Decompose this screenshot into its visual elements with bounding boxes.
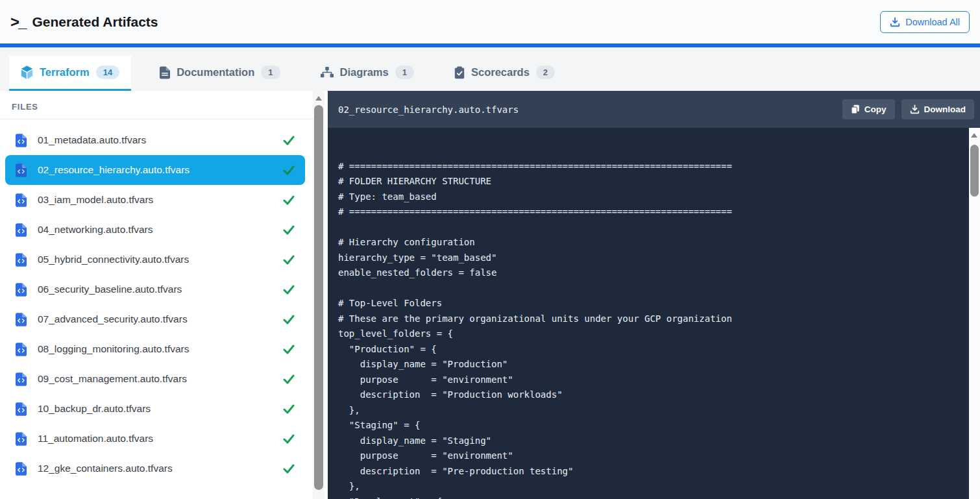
file-item[interactable]: 04_networking.auto.tfvars xyxy=(5,215,305,245)
sidebar-scrollbar[interactable] xyxy=(313,91,325,499)
file-item[interactable]: 10_backup_dr.auto.tfvars xyxy=(5,394,305,424)
file-name: 07_advanced_security.auto.tfvars xyxy=(38,313,272,325)
tab-scorecards[interactable]: Scorecards 2 xyxy=(443,56,567,91)
file-item[interactable]: 11_automation.auto.tfvars xyxy=(5,424,305,454)
scroll-up-arrow-icon[interactable] xyxy=(315,96,322,101)
file-name: 08_logging_monitoring.auto.tfvars xyxy=(38,343,272,355)
file-item[interactable]: 06_security_baseline.auto.tfvars xyxy=(5,274,305,304)
file-item[interactable]: 09_cost_management.auto.tfvars xyxy=(5,364,305,394)
check-icon xyxy=(283,374,295,384)
tab-label: Documentation xyxy=(177,66,254,79)
file-item[interactable]: 01_metadata.auto.tfvars xyxy=(5,125,305,155)
tab-label: Scorecards xyxy=(471,66,530,79)
file-code-icon xyxy=(16,223,27,237)
file-code-icon xyxy=(16,432,27,446)
check-icon xyxy=(283,464,295,474)
file-item[interactable]: 12_gke_containers.auto.tfvars xyxy=(5,454,305,483)
scrollbar-thumb[interactable] xyxy=(970,145,979,197)
code-viewer-panel: 02_resource_hierarchy.auto.tfvars Copy xyxy=(328,91,980,499)
file-name: 12_gke_containers.auto.tfvars xyxy=(38,463,272,474)
copy-label: Copy xyxy=(864,104,887,114)
file-item[interactable]: 07_advanced_security.auto.tfvars xyxy=(5,304,305,334)
file-name: 10_backup_dr.auto.tfvars xyxy=(38,403,272,415)
files-sidebar: FILES 01_metadata.auto.tfvars 02_resourc… xyxy=(0,91,328,499)
file-item-selected[interactable]: 02_resource_hierarchy.auto.tfvars xyxy=(5,155,305,185)
file-code-icon xyxy=(16,372,27,386)
file-code-icon xyxy=(16,462,27,476)
file-name: 04_networking.auto.tfvars xyxy=(38,224,272,236)
file-list: 01_metadata.auto.tfvars 02_resource_hier… xyxy=(0,119,313,483)
cube-icon xyxy=(21,66,33,79)
file-name: 11_automation.auto.tfvars xyxy=(38,433,272,444)
check-icon xyxy=(283,225,295,235)
file-code-icon xyxy=(16,193,27,207)
download-icon xyxy=(910,104,920,114)
clipboard-check-icon xyxy=(454,66,465,79)
file-item[interactable]: 03_iam_model.auto.tfvars xyxy=(5,185,305,215)
file-item[interactable]: 05_hybrid_connectivity.auto.tfvars xyxy=(5,245,305,274)
check-icon xyxy=(283,165,295,175)
check-icon xyxy=(283,345,295,354)
download-all-label: Download All xyxy=(905,17,960,27)
tab-bar: Terraform 14 Documentation 1 xyxy=(0,47,980,91)
file-lines-icon xyxy=(160,66,170,79)
download-icon xyxy=(890,17,900,27)
file-name: 02_resource_hierarchy.auto.tfvars xyxy=(38,164,272,176)
file-name: 05_hybrid_connectivity.auto.tfvars xyxy=(38,254,272,265)
check-icon xyxy=(283,285,295,295)
tab-label: Diagrams xyxy=(340,66,389,79)
check-icon xyxy=(283,315,295,324)
tab-count-badge: 14 xyxy=(96,66,119,79)
tab-count-badge: 2 xyxy=(536,66,555,79)
sitemap-icon xyxy=(321,67,334,78)
file-code-icon xyxy=(16,313,27,326)
download-all-button[interactable]: Download All xyxy=(880,11,970,33)
code-scrollbar[interactable] xyxy=(969,128,980,499)
file-code-icon xyxy=(16,253,27,267)
main-content: FILES 01_metadata.auto.tfvars 02_resourc… xyxy=(0,91,980,499)
scroll-up-arrow-icon[interactable] xyxy=(971,133,977,138)
file-name: 09_cost_management.auto.tfvars xyxy=(38,373,272,385)
copy-icon xyxy=(851,104,860,114)
code-text: # ======================================… xyxy=(328,128,969,499)
tab-count-badge: 1 xyxy=(395,66,414,79)
page-title: Generated Artifacts xyxy=(32,14,158,30)
file-name: 01_metadata.auto.tfvars xyxy=(38,134,272,146)
tab-count-badge: 1 xyxy=(261,66,280,79)
code-filename: 02_resource_hierarchy.auto.tfvars xyxy=(338,104,836,115)
file-name: 03_iam_model.auto.tfvars xyxy=(38,194,272,206)
check-icon xyxy=(283,255,295,265)
tab-label: Terraform xyxy=(40,66,90,79)
check-icon xyxy=(283,136,295,145)
tab-documentation[interactable]: Documentation 1 xyxy=(148,56,291,91)
file-code-icon xyxy=(16,134,27,147)
copy-button[interactable]: Copy xyxy=(842,99,895,119)
download-label: Download xyxy=(924,104,966,114)
file-code-icon xyxy=(16,343,27,356)
file-code-icon xyxy=(16,402,27,416)
check-icon xyxy=(283,404,295,414)
generated-artifacts-window: >_ Generated Artifacts Download All Terr… xyxy=(0,0,980,499)
download-button[interactable]: Download xyxy=(901,99,975,119)
code-viewer-header: 02_resource_hierarchy.auto.tfvars Copy xyxy=(328,91,980,128)
files-heading: FILES xyxy=(0,91,313,119)
check-icon xyxy=(283,195,295,205)
tab-diagrams[interactable]: Diagrams 1 xyxy=(309,56,426,91)
tab-terraform[interactable]: Terraform 14 xyxy=(9,56,131,91)
file-name: 06_security_baseline.auto.tfvars xyxy=(38,284,272,295)
code-content-area[interactable]: # ======================================… xyxy=(328,128,969,499)
terminal-prompt-icon: >_ xyxy=(10,13,25,31)
top-bar: >_ Generated Artifacts Download All xyxy=(0,0,980,43)
file-code-icon xyxy=(16,283,27,297)
scrollbar-thumb[interactable] xyxy=(314,105,323,490)
check-icon xyxy=(283,434,295,444)
file-code-icon xyxy=(16,164,27,177)
file-item[interactable]: 08_logging_monitoring.auto.tfvars xyxy=(5,334,305,364)
